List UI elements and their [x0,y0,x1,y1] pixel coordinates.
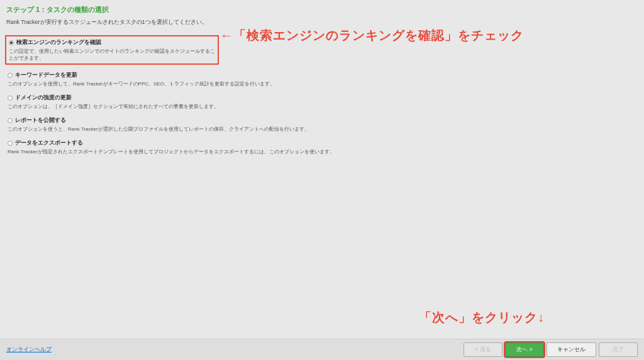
option-title-text: 検索エンジンのランキングを確認 [16,38,101,46]
option-title-text: データをエクスポートする [15,139,83,147]
cancel-button[interactable]: キャンセル [547,342,596,357]
back-button: < 戻る [464,342,502,357]
option-desc: Rank Trackerが指定されたエクスポートテンプレートを使用してプロジェク… [8,148,638,155]
step-desc: Rank Trackerが実行するスケジュールされたタスクの1つを選択してくださ… [6,18,638,26]
radio-icon[interactable] [9,40,14,45]
radio-icon[interactable] [8,118,13,123]
footer-bar: オンラインヘルプ < 戻る 次へ > キャンセル 完了 [0,339,644,360]
step-title: ステップ 1：タスクの種類の選択 [6,5,638,14]
option-check-rankings[interactable]: 検索エンジンのランキングを確認 この設定で、使用したい検索エンジンでのサイトのラ… [5,35,219,65]
next-button[interactable]: 次へ > [505,342,544,357]
options-list: 検索エンジンのランキングを確認 この設定で、使用したい検索エンジンでのサイトのラ… [8,35,638,155]
option-title-text: レポートを公開する [15,116,66,124]
radio-icon[interactable] [8,73,13,78]
radio-icon[interactable] [8,95,13,101]
annotation-next: 「次へ」をクリック↓ [419,309,545,326]
option-title-text: ドメインの強度の更新 [15,94,72,102]
option-update-keywords[interactable]: キーワードデータを更新 このオプションを使用して、Rank Trackerがキー… [8,71,638,87]
option-publish-report[interactable]: レポートを公開する このオプションを使うと、Rank Trackerが選択した公… [8,116,638,133]
option-desc: この設定で、使用したい検索エンジンでのサイトのランキングの確認をスケジュールする… [9,48,215,62]
annotation-check: ←「検索エンジンのランキングを確認」をチェック [220,27,524,44]
option-desc: このオプションは、［ドメイン強度］セクションで有効にされたすべての要素を更新しま… [8,103,638,110]
option-desc: このオプションを使うと、Rank Trackerが選択した公開プロファイルを使用… [8,126,638,133]
finish-button: 完了 [599,342,638,357]
option-update-domain[interactable]: ドメインの強度の更新 このオプションは、［ドメイン強度］セクションで有効にされた… [8,94,638,110]
option-title-text: キーワードデータを更新 [15,71,77,79]
radio-icon[interactable] [8,141,13,146]
help-link[interactable]: オンラインヘルプ [6,346,52,354]
option-export-data[interactable]: データをエクスポートする Rank Trackerが指定されたエクスポートテンプ… [8,139,638,155]
option-desc: このオプションを使用して、Rank TrackerがキーワードのPPC、SEO、… [8,80,638,87]
footer-buttons: < 戻る 次へ > キャンセル 完了 [464,342,638,357]
